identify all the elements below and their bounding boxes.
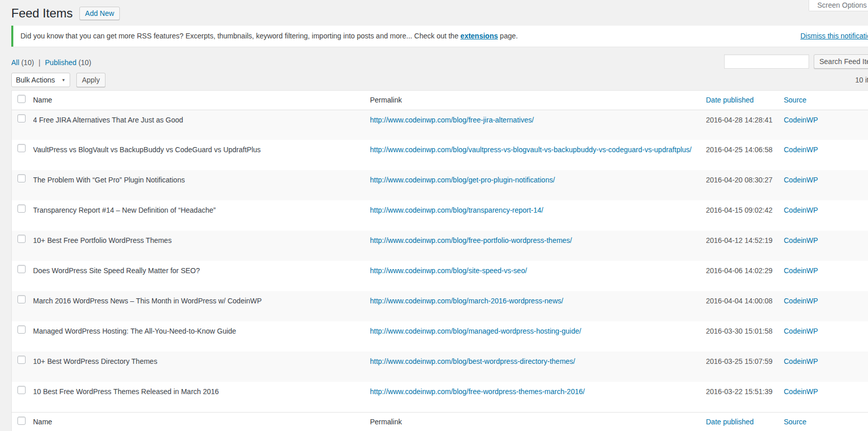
feed-item-permalink[interactable]: http://www.codeinwp.com/blog/site-speed-… xyxy=(370,266,527,275)
table-row: Transparency Report #14 – New Definition… xyxy=(12,200,868,231)
feed-item-date-published: 2016-04-20 08:30:27 xyxy=(706,170,784,200)
search-feed-items-button[interactable]: Search Feed Items xyxy=(814,54,868,69)
feed-item-source[interactable]: CodeinWP xyxy=(784,206,818,214)
table-footer-row: Name Permalink Date published Source xyxy=(12,412,868,431)
column-header-date-published[interactable]: Date published xyxy=(706,96,754,104)
feed-item-name: Does WordPress Site Speed Really Matter … xyxy=(33,261,370,291)
feed-item-date-published: 2016-03-22 15:51:39 xyxy=(706,382,784,412)
row-check-cell xyxy=(12,261,33,291)
row-checkbox[interactable] xyxy=(17,144,26,152)
table-header-row: Name Permalink Date published Source xyxy=(12,91,868,110)
view-published-link[interactable]: Published xyxy=(45,58,77,67)
feed-item-date-published: 2016-04-04 14:00:08 xyxy=(706,291,784,321)
feed-item-source[interactable]: CodeinWP xyxy=(784,176,818,184)
row-checkbox[interactable] xyxy=(17,174,26,182)
header-check-cell xyxy=(12,91,33,110)
feed-item-source-cell: CodeinWP xyxy=(784,261,868,291)
row-check-cell xyxy=(12,352,33,382)
column-header-source[interactable]: Source xyxy=(784,96,807,104)
row-checkbox[interactable] xyxy=(17,386,26,394)
feed-item-permalink[interactable]: http://www.codeinwp.com/blog/transparenc… xyxy=(370,206,544,214)
feed-item-name: 10 Best Free WordPress Themes Released i… xyxy=(33,382,370,412)
feed-item-date-published: 2016-04-28 14:28:41 xyxy=(706,110,784,140)
extensions-link[interactable]: extensions xyxy=(460,32,498,40)
bulk-actions-select[interactable]: Bulk Actions xyxy=(11,73,70,87)
view-all-link[interactable]: All xyxy=(11,58,19,67)
feed-item-permalink[interactable]: http://www.codeinwp.com/blog/get-pro-plu… xyxy=(370,176,555,184)
feed-items-page: { "page": { "title": "Feed Items", "add_… xyxy=(0,0,868,431)
view-published-count: (10) xyxy=(78,58,91,67)
feed-item-date-published: 2016-03-25 15:07:59 xyxy=(706,352,784,382)
feed-item-permalink[interactable]: http://www.codeinwp.com/blog/managed-wor… xyxy=(370,327,581,335)
footer-column-name: Name xyxy=(33,412,370,431)
feed-item-source[interactable]: CodeinWP xyxy=(784,146,818,154)
feed-item-source-cell: CodeinWP xyxy=(784,291,868,321)
row-checkbox[interactable] xyxy=(17,325,26,334)
bulk-actions-wrap: Bulk Actions ▼ xyxy=(11,73,70,87)
footer-column-date-published[interactable]: Date published xyxy=(706,418,754,426)
feed-item-name: VaultPress vs BlogVault vs BackupBuddy v… xyxy=(33,140,370,170)
table-row: 10 Best Free WordPress Themes Released i… xyxy=(12,382,868,412)
add-new-button[interactable]: Add New xyxy=(79,7,120,20)
feed-item-permalink[interactable]: http://www.codeinwp.com/blog/best-wordpr… xyxy=(370,357,576,365)
search-input[interactable] xyxy=(724,54,809,69)
feed-item-source[interactable]: CodeinWP xyxy=(784,116,818,124)
row-checkbox[interactable] xyxy=(17,204,26,213)
notice-text: Did you know that you can get more RSS f… xyxy=(20,32,460,40)
feed-item-source-cell: CodeinWP xyxy=(784,200,868,231)
row-check-cell xyxy=(12,231,33,261)
feed-item-permalink-cell: http://www.codeinwp.com/blog/transparenc… xyxy=(370,200,706,231)
content-wrap: Feed Items Add New Did you know that you… xyxy=(0,0,868,431)
row-checkbox[interactable] xyxy=(17,265,26,273)
feed-item-source[interactable]: CodeinWP xyxy=(784,357,818,365)
feed-item-name: Managed WordPress Hosting: The All-You-N… xyxy=(33,321,370,352)
feed-item-source[interactable]: CodeinWP xyxy=(784,327,818,335)
feed-item-name: Transparency Report #14 – New Definition… xyxy=(33,200,370,231)
feed-item-source[interactable]: CodeinWP xyxy=(784,236,818,244)
apply-button[interactable]: Apply xyxy=(76,73,105,87)
feed-item-source-cell: CodeinWP xyxy=(784,352,868,382)
feed-item-source[interactable]: CodeinWP xyxy=(784,297,818,305)
table-toolbar: Bulk Actions ▼ Apply xyxy=(11,73,868,87)
feed-item-name: March 2016 WordPress News – This Month i… xyxy=(33,291,370,321)
select-all-checkbox[interactable] xyxy=(17,95,26,103)
feed-item-source-cell: CodeinWP xyxy=(784,170,868,200)
footer-column-source[interactable]: Source xyxy=(784,418,807,426)
feed-item-source-cell: CodeinWP xyxy=(784,382,868,412)
feed-item-permalink[interactable]: http://www.codeinwp.com/blog/free-wordpr… xyxy=(370,387,585,396)
feed-item-permalink-cell: http://www.codeinwp.com/blog/free-portfo… xyxy=(370,231,706,261)
row-check-cell xyxy=(12,291,33,321)
row-checkbox[interactable] xyxy=(17,114,26,122)
row-checkbox[interactable] xyxy=(17,356,26,364)
row-check-cell xyxy=(12,321,33,352)
feed-item-source[interactable]: CodeinWP xyxy=(784,387,818,396)
row-check-cell xyxy=(12,170,33,200)
row-checkbox[interactable] xyxy=(17,235,26,243)
select-all-checkbox-bottom[interactable] xyxy=(17,417,26,425)
feed-item-name: 10+ Best WordPress Directory Themes xyxy=(33,352,370,382)
notice-banner: Did you know that you can get more RSS f… xyxy=(11,26,868,47)
feed-item-source[interactable]: CodeinWP xyxy=(784,266,818,275)
table-row: March 2016 WordPress News – This Month i… xyxy=(12,291,868,321)
row-checkbox[interactable] xyxy=(17,295,26,303)
feed-item-permalink[interactable]: http://www.codeinwp.com/blog/vaultpress-… xyxy=(370,146,692,154)
dismiss-notification-link[interactable]: Dismiss this notification xyxy=(800,31,868,41)
feed-item-permalink-cell: http://www.codeinwp.com/blog/free-wordpr… xyxy=(370,382,706,412)
feed-item-source-cell: CodeinWP xyxy=(784,231,868,261)
feed-item-date-published: 2016-04-25 14:06:58 xyxy=(706,140,784,170)
feed-item-permalink-cell: http://www.codeinwp.com/blog/managed-wor… xyxy=(370,321,706,352)
table-row: 10+ Best WordPress Directory Themeshttp:… xyxy=(12,352,868,382)
table-row: The Problem With “Get Pro” Plugin Notifi… xyxy=(12,170,868,200)
row-check-cell xyxy=(12,140,33,170)
table-row: 4 Free JIRA Alternatives That Are Just a… xyxy=(12,110,868,140)
column-header-name: Name xyxy=(33,91,370,110)
feed-item-source-cell: CodeinWP xyxy=(784,110,868,140)
feed-item-source-cell: CodeinWP xyxy=(784,321,868,352)
table-row: Managed WordPress Hosting: The All-You-N… xyxy=(12,321,868,352)
table-row: 10+ Best Free Portfolio WordPress Themes… xyxy=(12,231,868,261)
feed-item-permalink[interactable]: http://www.codeinwp.com/blog/march-2016-… xyxy=(370,297,563,305)
table-row: VaultPress vs BlogVault vs BackupBuddy v… xyxy=(12,140,868,170)
feed-item-permalink[interactable]: http://www.codeinwp.com/blog/free-portfo… xyxy=(370,236,573,244)
feed-item-permalink[interactable]: http://www.codeinwp.com/blog/free-jira-a… xyxy=(370,116,534,124)
footer-column-permalink: Permalink xyxy=(370,412,706,431)
